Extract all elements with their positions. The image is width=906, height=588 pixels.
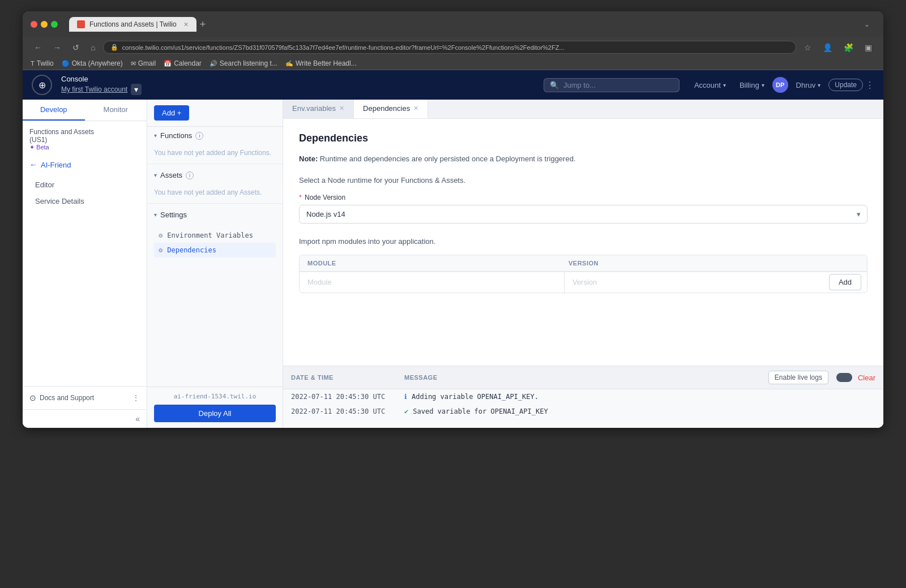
log-row: 2022-07-11 20:45:30 UTC ℹ Adding variabl…: [283, 389, 883, 404]
minimize-window-button[interactable]: [41, 21, 48, 28]
panel-footer: ai-friend-1534.twil.io Deploy All: [147, 387, 283, 428]
chevron-down-icon: ▾: [762, 82, 764, 88]
info-icon: ℹ: [404, 393, 407, 401]
more-icon[interactable]: ⋮: [132, 393, 140, 402]
sidebar-tab-monitor[interactable]: Monitor: [85, 100, 147, 121]
node-version-select[interactable]: Node.js v14: [299, 205, 867, 224]
settings-section-header[interactable]: ▾ Settings: [147, 206, 283, 224]
service-name: Functions and Assets: [29, 128, 140, 136]
bookmark-search[interactable]: 🔊 Search listening t...: [210, 59, 277, 67]
bookmark-calendar[interactable]: 📅 Calendar: [164, 59, 202, 67]
docs-support-link[interactable]: ⊙ Docs and Support: [29, 393, 94, 402]
sidebar-tab-bar: Develop Monitor: [23, 100, 147, 121]
module-input[interactable]: [300, 273, 564, 291]
global-search[interactable]: 🔍: [544, 78, 680, 92]
bookmark-twilio[interactable]: T Twilio: [31, 59, 54, 67]
service-region: (US1): [29, 136, 140, 144]
clear-logs-button[interactable]: Clear: [858, 374, 875, 382]
note-text: Note: Runtime and dependencies are only …: [299, 153, 867, 165]
back-to-service-link[interactable]: ← AI-Friend: [29, 160, 140, 169]
version-input[interactable]: [565, 273, 829, 291]
billing-nav-link[interactable]: Billing ▾: [734, 79, 770, 92]
import-npm-text: Import npm modules into your application…: [299, 237, 867, 246]
sidebar-nav-service-details[interactable]: Service Details: [29, 194, 140, 209]
middle-panel: Add + ▾ Functions i You have not yet add…: [147, 100, 283, 428]
add-button[interactable]: Add +: [154, 105, 189, 121]
browser-titlebar: Functions and Assets | Twilio ✕ + ⌄: [23, 11, 883, 37]
enable-live-logs-button[interactable]: Enable live logs: [768, 371, 828, 384]
home-button[interactable]: ⌂: [87, 42, 99, 53]
sidebar-nav-editor[interactable]: Editor: [29, 177, 140, 192]
functions-label: Functions: [160, 131, 192, 140]
user-menu[interactable]: Dhruv ▾: [790, 79, 827, 92]
account-dropdown-button[interactable]: ▾: [131, 84, 142, 95]
log-datetime-1: 2022-07-11 20:45:30 UTC: [291, 393, 404, 401]
settings-items: ⚙ Environment Variables ⚙ Dependencies: [147, 224, 283, 262]
log-row: 2022-07-11 20:45:30 UTC ✔ Saved variable…: [283, 404, 883, 419]
panel-toolbar: Add +: [147, 100, 283, 127]
page-title: Dependencies: [299, 132, 867, 144]
bookmarks-bar: T Twilio 🔵 Okta (Anywhere) ✉ Gmail 📅 Cal…: [23, 57, 883, 70]
bookmark-write-label: Write Better Headl...: [296, 59, 357, 67]
dependencies-item[interactable]: ⚙ Dependencies: [154, 243, 276, 257]
env-variables-item[interactable]: ⚙ Environment Variables: [154, 228, 276, 243]
profile-button[interactable]: 👤: [819, 42, 836, 53]
reload-button[interactable]: ↺: [69, 42, 83, 53]
tab-env-variables[interactable]: Env.variables ✕: [283, 100, 354, 118]
deploy-all-button[interactable]: Deploy All: [154, 405, 276, 422]
success-icon: ✔: [404, 407, 408, 415]
forward-button[interactable]: →: [50, 42, 65, 53]
collapse-sidebar-button[interactable]: «: [135, 414, 140, 423]
bookmark-button[interactable]: ☆: [801, 42, 815, 53]
functions-section-header[interactable]: ▾ Functions i: [147, 127, 283, 144]
console-label: Console: [61, 75, 142, 83]
assets-section-header[interactable]: ▾ Assets i: [147, 166, 283, 184]
chevron-down-icon: ▾: [154, 132, 157, 139]
sidebar-browser-button[interactable]: ▣: [861, 42, 875, 53]
main-content-area: Env.variables ✕ Dependencies ✕ Dependenc…: [283, 100, 883, 428]
close-window-button[interactable]: [31, 21, 37, 28]
update-button[interactable]: Update: [828, 79, 863, 91]
node-version-select-wrapper: Node.js v14 ▾: [299, 205, 867, 224]
functions-info-icon[interactable]: i: [195, 132, 203, 140]
tab-close-icon[interactable]: ✕: [183, 21, 189, 28]
account-nav-link[interactable]: Account ▾: [689, 79, 732, 92]
back-button[interactable]: ←: [31, 42, 45, 53]
assets-label: Assets: [160, 171, 182, 179]
bookmark-twilio-label: Twilio: [37, 59, 54, 67]
address-bar-url: console.twilio.com/us1/service/functions…: [122, 44, 564, 51]
tab-close-dependencies-icon[interactable]: ✕: [413, 105, 418, 112]
search-icon: 🔍: [550, 81, 559, 89]
gear-icon: ⚙: [159, 246, 163, 254]
browser-nav-actions: ☆ 👤 🧩 ▣: [801, 42, 875, 53]
add-module-button[interactable]: Add: [829, 274, 861, 290]
browser-tab-active[interactable]: Functions and Assets | Twilio ✕: [69, 17, 196, 32]
functions-empty-message: You have not yet added any Functions.: [147, 144, 283, 161]
sidebar-tab-develop[interactable]: Develop: [23, 100, 85, 121]
maximize-window-button[interactable]: [51, 21, 58, 28]
assets-empty-message: You have not yet added any Assets.: [147, 184, 283, 201]
tab-close-env-icon[interactable]: ✕: [339, 105, 344, 112]
select-runtime-text: Select a Node runtime for your Functions…: [299, 176, 867, 184]
tab-dependencies[interactable]: Dependencies ✕: [354, 100, 428, 118]
account-switcher[interactable]: My first Twilio account ▾: [61, 84, 142, 95]
address-bar[interactable]: 🔒 console.twilio.com/us1/service/functio…: [103, 41, 796, 54]
extensions-button[interactable]: 🧩: [840, 42, 857, 53]
chevron-down-icon: ▾: [154, 172, 157, 178]
new-tab-button[interactable]: +: [200, 19, 206, 31]
more-options-icon[interactable]: ⋮: [865, 80, 874, 91]
search-input[interactable]: [563, 81, 673, 89]
log-message-header: MESSAGE: [404, 374, 768, 381]
assets-info-icon[interactable]: i: [186, 171, 194, 179]
user-avatar[interactable]: DP: [772, 77, 788, 93]
log-actions: Enable live logs Clear: [768, 371, 875, 384]
docs-icon: ⊙: [29, 393, 36, 402]
bookmark-gmail[interactable]: ✉ Gmail: [131, 59, 156, 67]
enable-logs-toggle[interactable]: [836, 373, 852, 382]
bookmark-write[interactable]: ✍ Write Better Headl...: [285, 59, 357, 67]
service-domain: ai-friend-1534.twil.io: [174, 393, 257, 400]
log-toolbar: DATE & TIME MESSAGE Enable live logs Cle…: [283, 366, 883, 389]
bookmark-okta[interactable]: 🔵 Okta (Anywhere): [62, 59, 123, 67]
log-message-1: ℹ Adding variable OPENAI_API_KEY.: [404, 393, 875, 401]
tab-favicon-icon: [77, 20, 85, 28]
